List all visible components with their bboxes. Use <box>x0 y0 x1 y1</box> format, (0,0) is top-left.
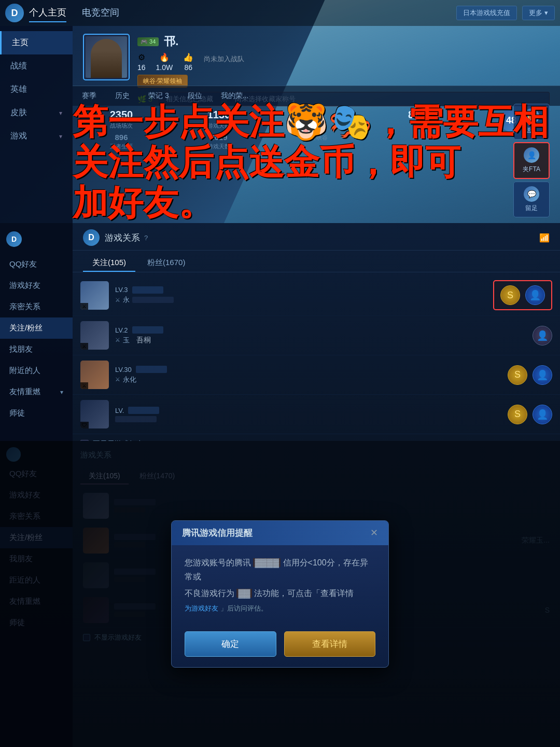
add-friend-btn-2[interactable]: 👤 <box>533 365 552 385</box>
sidebar-item-game[interactable]: 游戏 ▾ <box>0 125 73 148</box>
sub-nav-season[interactable]: 赛季 <box>73 86 106 106</box>
friend-level-0: LV.3 <box>115 286 128 294</box>
send-gold-btn-0[interactable]: S <box>500 285 520 305</box>
nav-tab-esports[interactable]: 电竞空间 <box>82 4 119 22</box>
gift-button[interactable]: 🎁 送礼 <box>513 104 550 140</box>
stat-big-val-1: 1136 <box>207 109 231 121</box>
mid-sidebar-intimate[interactable]: 亲密关系 <box>0 296 73 317</box>
friend-rank-row-1: ⚔ 玉 吾桐 <box>115 336 526 345</box>
friend-avatar-1: ⚔ <box>80 321 109 350</box>
friend-avatar-0: ⚔ <box>80 281 109 310</box>
留足-button[interactable]: 💬 留足 <box>513 182 550 217</box>
friends-list: ⚔ LV.3 ⚔ 永 S 👤 <box>73 272 560 441</box>
friend-actions-3: S 👤 <box>508 405 552 424</box>
sidebar-item-skins[interactable]: 皮肤 ▾ <box>0 101 73 125</box>
mid-sidebar-rekindle[interactable]: 友情重燃 ▾ <box>0 381 73 403</box>
friend-name-1: 吾桐 <box>136 336 151 345</box>
friend-item-3[interactable]: 🛡 LV. S 👤 <box>73 395 560 434</box>
mid-sidebar-nearby[interactable]: 附近的人 <box>0 360 73 381</box>
stat-value-1: 1.0W <box>156 63 173 72</box>
dialog-blurred-text: ▓▓▓▓ <box>253 558 281 567</box>
friend-avatar-3: 🛡 <box>80 400 109 428</box>
friend-actions-0: S 👤 <box>493 280 552 310</box>
send-gold-btn-2[interactable]: S <box>508 365 527 385</box>
no-show-row: 不显示游戏好友 <box>73 434 560 441</box>
friend-item-0[interactable]: ⚔ LV.3 ⚔ 永 S 👤 <box>73 275 560 316</box>
stat-big-val-2b: 258 <box>310 124 323 133</box>
dialog-close-button[interactable]: ✕ <box>370 527 378 538</box>
stat-label-2b: 王者峡谷 <box>305 134 328 142</box>
stat-icon-2: 👍 <box>183 52 193 62</box>
wifi-icon: 📶 <box>539 233 550 243</box>
friend-level-2: LV.30 <box>115 366 132 374</box>
avatar-inner <box>86 36 127 78</box>
sub-nav-history[interactable]: 历史 <box>106 86 139 106</box>
help-icon[interactable]: ? <box>144 234 148 242</box>
more-button[interactable]: 更多 ▾ <box>522 6 555 20</box>
stat-col-0: 2350 战场场次 896 王者生涯 <box>73 104 170 156</box>
stat-big-val-0: 2350 <box>110 109 133 121</box>
friend-rank-icon-2: ⚔ <box>80 382 88 389</box>
section-title: 游戏关系 ? <box>105 232 148 244</box>
stat-value-0: 16 <box>137 63 146 72</box>
stat-item-2: 👍 86 <box>183 52 193 72</box>
dialog-confirm-button[interactable]: 确定 <box>185 631 276 657</box>
nav-tab-personal[interactable]: 个人主页 <box>29 4 66 22</box>
middle-section: D QQ好友 游戏好友 亲密关系 关注/粉丝 找朋友 附近的人 友情重燃 ▾ 师… <box>0 223 560 441</box>
dialog-title: 腾讯游戏信用提醒 <box>182 527 253 539</box>
friend-info-0: LV.3 ⚔ 永 <box>115 286 487 305</box>
dialog-text-main: 您游戏账号的腾讯 ▓▓▓▓ 信用分<100分，存在异常或 <box>185 556 375 584</box>
dialog-detail-button[interactable]: 查看详情 <box>284 631 376 657</box>
stat-big-val-1b: 2019 <box>210 133 227 142</box>
add-friend-btn-1[interactable]: 👤 <box>533 326 552 345</box>
friend-actions-2: S 👤 <box>508 365 552 385</box>
tab-following[interactable]: 关注(105) <box>83 255 135 272</box>
fta-button[interactable]: 👤 夹FTA <box>513 142 550 179</box>
sub-nav-honor[interactable]: 荣记 3 <box>139 86 178 106</box>
sidebar-item-heroes[interactable]: 英雄 <box>0 78 73 101</box>
dialog-box: 腾讯游戏信用提醒 ✕ 您游戏账号的腾讯 ▓▓▓▓ 信用分<100分，存在异常或 … <box>171 520 389 668</box>
friend-hidden-bar-3 <box>115 416 157 422</box>
friend-sub-2: 永化 <box>123 375 136 384</box>
friend-rank-badge-2: ⚔ <box>115 376 120 383</box>
friend-actions-1: 👤 <box>533 326 552 345</box>
bottom-section: QQ好友 游戏好友 亲密关系 关注/粉丝 我朋友 距近的人 友情重燃 师徒 <box>0 441 560 747</box>
mid-sidebar-game-friends[interactable]: 游戏好友 <box>0 275 73 296</box>
friend-level-1: LV.2 <box>115 326 128 334</box>
add-friend-btn-0[interactable]: 👤 <box>525 285 545 305</box>
nav-logo[interactable]: D <box>5 4 24 22</box>
friend-rank-badge-1: ⚔ <box>115 337 120 343</box>
mid-sidebar-follow[interactable]: 关注/粉丝 <box>0 317 73 339</box>
mid-sidebar-mentor[interactable]: 师徒 <box>0 403 73 424</box>
sidebar-item-record[interactable]: 战绩 <box>0 54 73 78</box>
send-gold-btn-3[interactable]: S <box>508 405 527 424</box>
recharge-button[interactable]: 日本游戏线充值 <box>456 6 517 20</box>
tab-followers[interactable]: 粉丝(1670) <box>138 255 194 272</box>
friend-item-2[interactable]: ⚔ LV.30 ⚔ 永化 S 👤 <box>73 355 560 395</box>
friend-name-row-0: LV.3 <box>115 286 487 294</box>
dialog-title-bar: 腾讯游戏信用提醒 ✕ <box>172 521 388 545</box>
middle-main: D 游戏关系 ? 📶 关注(105) 粉丝(1670) ⚔ <box>73 223 560 441</box>
friends-logo: D <box>83 229 100 246</box>
friend-rank-row-0: ⚔ 永 <box>115 295 487 305</box>
no-team-text: 尚未加入战队 <box>204 52 244 72</box>
friends-header: D 游戏关系 ? 📶 <box>73 223 560 251</box>
sidebar-item-home[interactable]: 主页 <box>0 31 73 54</box>
middle-sidebar: D QQ好友 游戏好友 亲密关系 关注/粉丝 找朋友 附近的人 友情重燃 ▾ 师… <box>0 223 73 441</box>
sub-nav-rank[interactable]: 段位 <box>178 86 212 106</box>
sub-nav: 赛季 历史 荣记 3 段位 我的荣... <box>73 86 560 106</box>
friend-rank-row-2: ⚔ 永化 <box>115 375 501 384</box>
friend-name-hidden-3 <box>128 407 159 414</box>
mid-sidebar-qq[interactable]: QQ好友 <box>0 254 73 275</box>
add-friend-btn-3[interactable]: 👤 <box>533 405 552 424</box>
friend-hidden-bar-0 <box>132 297 174 303</box>
sub-nav-my-honor[interactable]: 我的荣... <box>212 86 258 106</box>
mid-sidebar-find[interactable]: 找朋友 <box>0 339 73 360</box>
friend-sub-0: 永 <box>123 295 130 305</box>
stat-label-0: 战场场次 <box>110 122 133 130</box>
friend-item-1[interactable]: ⚔ LV.2 ⚔ 玉 吾桐 👤 <box>73 316 560 355</box>
stat-icon-1: 🔥 <box>159 52 170 62</box>
stat-big-val-3: 85 <box>408 109 419 121</box>
level-badge: 🎮 34 <box>137 37 159 46</box>
friend-name-row-2: LV.30 <box>115 366 501 374</box>
